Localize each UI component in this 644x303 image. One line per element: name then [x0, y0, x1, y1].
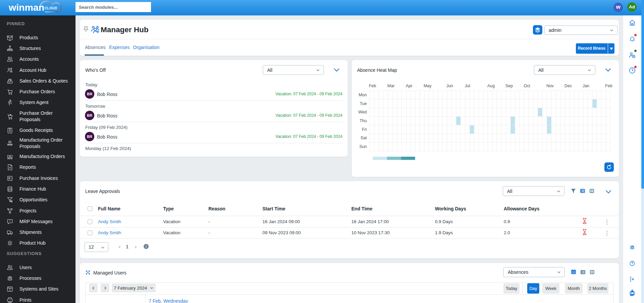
svg-text:Oct: Oct — [524, 84, 530, 88]
svg-text:Nov: Nov — [546, 84, 554, 88]
svg-text:Dec: Dec — [564, 84, 572, 88]
svg-text:CLOUD: CLOUD — [45, 6, 57, 10]
svg-text:Mar: Mar — [387, 84, 395, 88]
svg-text:May: May — [424, 84, 432, 88]
svg-text:Feb: Feb — [369, 84, 376, 88]
svg-text:Tue: Tue — [360, 101, 367, 106]
svg-text:Jan: Jan — [583, 84, 589, 88]
svg-text:Fri: Fri — [362, 127, 367, 132]
svg-text:Sat: Sat — [360, 136, 367, 140]
svg-text:Jun: Jun — [446, 84, 453, 88]
svg-text:Jul: Jul — [465, 84, 470, 88]
svg-text:Mon: Mon — [359, 93, 367, 97]
svg-text:Wed: Wed — [358, 110, 367, 114]
svg-text:winman: winman — [8, 2, 44, 13]
svg-text:Thu: Thu — [359, 118, 367, 123]
svg-text:Aug: Aug — [487, 84, 495, 88]
svg-text:Sun: Sun — [359, 144, 367, 149]
svg-text:Apr: Apr — [406, 84, 412, 88]
svg-text:Feb: Feb — [605, 84, 612, 88]
svg-text:Sep: Sep — [505, 84, 513, 88]
